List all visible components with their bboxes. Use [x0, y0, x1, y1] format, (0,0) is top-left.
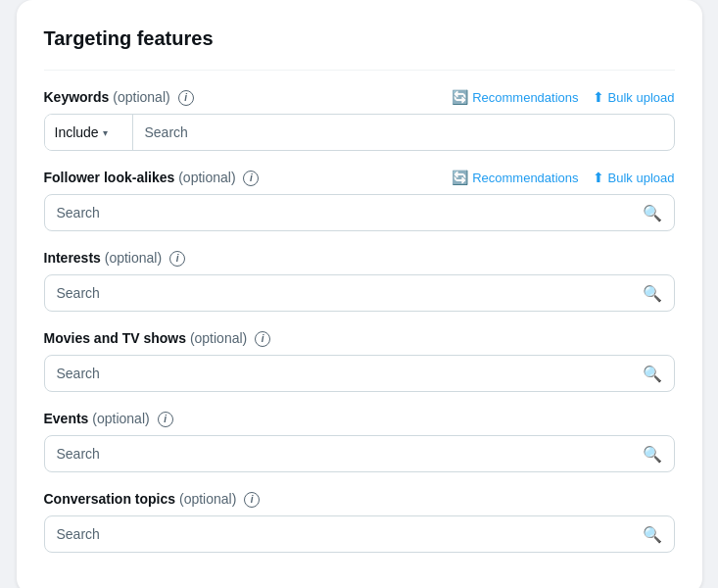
movies-tv-shows-search-input[interactable]	[57, 356, 643, 391]
movies-tv-shows-search-field: 🔍	[44, 355, 675, 392]
bulk-upload-icon: ⬆	[593, 89, 604, 105]
follower-look-alikes-search-field: 🔍	[44, 194, 675, 231]
follower-look-alikes-optional: (optional)	[178, 170, 235, 185]
interests-label-group: Interests (optional) i	[44, 249, 186, 267]
movies-tv-shows-section: Movies and TV shows (optional) i 🔍	[44, 329, 675, 392]
conversation-topics-info-icon[interactable]: i	[244, 492, 260, 508]
follower-look-alikes-label: Follower look-alikes (optional)	[44, 170, 240, 185]
targeting-features-card: Targeting features Keywords (optional) i…	[17, 0, 702, 588]
events-label-group: Events (optional) i	[44, 410, 173, 427]
events-optional: (optional)	[92, 411, 149, 426]
events-search-input[interactable]	[57, 436, 643, 471]
interests-section: Interests (optional) i 🔍	[44, 249, 675, 312]
movies-tv-shows-label-group: Movies and TV shows (optional) i	[44, 329, 271, 347]
follower-look-alikes-header: Follower look-alikes (optional) i 🔄 Reco…	[44, 169, 675, 186]
events-section: Events (optional) i 🔍	[44, 410, 675, 472]
divider	[44, 70, 675, 71]
events-search-icon: 🔍	[643, 445, 662, 464]
follower-look-alikes-section: Follower look-alikes (optional) i 🔄 Reco…	[44, 169, 675, 231]
conversation-topics-label: Conversation topics (optional)	[44, 491, 241, 507]
follower-look-alikes-recommendations-link[interactable]: 🔄 Recommendations	[452, 170, 578, 185]
movies-tv-shows-search-icon: 🔍	[643, 365, 662, 383]
keywords-label-group: Keywords (optional) i	[44, 88, 194, 106]
events-search-field: 🔍	[44, 435, 675, 472]
interests-optional: (optional)	[105, 250, 162, 266]
events-info-icon[interactable]: i	[158, 412, 173, 427]
events-header: Events (optional) i	[44, 410, 675, 427]
conversation-topics-section: Conversation topics (optional) i 🔍	[44, 490, 675, 553]
follower-look-alikes-search-icon: 🔍	[643, 204, 662, 222]
conversation-topics-label-group: Conversation topics (optional) i	[44, 490, 261, 508]
follower-look-alikes-label-group: Follower look-alikes (optional) i	[44, 169, 260, 186]
keywords-section: Keywords (optional) i 🔄 Recommendations …	[44, 88, 675, 151]
keywords-optional: (optional)	[113, 89, 169, 105]
keywords-label: Keywords (optional)	[44, 89, 174, 105]
keywords-header: Keywords (optional) i 🔄 Recommendations …	[44, 88, 675, 106]
keywords-search-input[interactable]	[133, 115, 674, 150]
interests-search-input[interactable]	[57, 275, 643, 311]
keywords-bulk-upload-link[interactable]: ⬆ Bulk upload	[593, 89, 675, 105]
conversation-topics-search-icon: 🔍	[643, 525, 662, 544]
conversation-topics-optional: (optional)	[179, 491, 236, 507]
recommendations-icon-2: 🔄	[452, 170, 468, 185]
page-title: Targeting features	[44, 27, 675, 50]
events-label: Events (optional)	[44, 411, 154, 426]
keywords-info-icon[interactable]: i	[178, 90, 194, 106]
recommendations-icon: 🔄	[452, 89, 468, 105]
keywords-input-row: Include ▾	[44, 114, 675, 151]
movies-tv-shows-info-icon[interactable]: i	[255, 331, 270, 347]
conversation-topics-header: Conversation topics (optional) i	[44, 490, 675, 508]
bulk-upload-icon-2: ⬆	[593, 170, 604, 185]
interests-header: Interests (optional) i	[44, 249, 675, 267]
follower-look-alikes-info-icon[interactable]: i	[243, 171, 259, 186]
include-label: Include	[55, 124, 99, 140]
include-dropdown[interactable]: Include ▾	[45, 115, 133, 150]
conversation-topics-search-field: 🔍	[44, 515, 675, 553]
movies-tv-shows-optional: (optional)	[190, 330, 247, 346]
keywords-recommendations-link[interactable]: 🔄 Recommendations	[452, 89, 578, 105]
follower-look-alikes-search-input[interactable]	[57, 195, 643, 230]
interests-search-field: 🔍	[44, 274, 675, 312]
interests-search-icon: 🔍	[643, 284, 662, 303]
conversation-topics-search-input[interactable]	[57, 516, 643, 552]
interests-label: Interests (optional)	[44, 250, 167, 266]
movies-tv-shows-label: Movies and TV shows (optional)	[44, 330, 252, 346]
chevron-down-icon: ▾	[103, 127, 108, 138]
keywords-actions: 🔄 Recommendations ⬆ Bulk upload	[452, 89, 674, 105]
follower-look-alikes-actions: 🔄 Recommendations ⬆ Bulk upload	[452, 170, 674, 185]
interests-info-icon[interactable]: i	[169, 251, 185, 267]
movies-tv-shows-header: Movies and TV shows (optional) i	[44, 329, 675, 347]
follower-look-alikes-bulk-upload-link[interactable]: ⬆ Bulk upload	[593, 170, 675, 185]
